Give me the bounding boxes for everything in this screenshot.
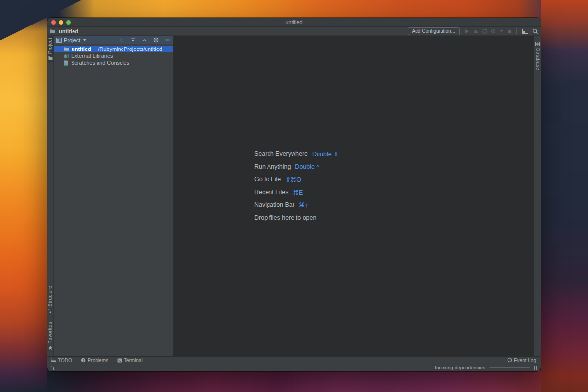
main-toolbar: untitled Add Configuration... xyxy=(47,27,541,36)
stop-icon[interactable] xyxy=(507,29,511,33)
hint-label: Run Anything xyxy=(254,163,291,170)
hint-keys: ⌘↑ xyxy=(299,201,308,209)
hint-drop-files: Drop files here to open xyxy=(254,211,339,224)
titlebar: untitled xyxy=(47,18,541,27)
wallpaper-left xyxy=(0,0,47,392)
coverage-icon[interactable] xyxy=(482,29,487,34)
project-tab-icon xyxy=(56,38,62,43)
tree-item-name: untitled xyxy=(72,46,91,52)
zoom-button[interactable] xyxy=(66,20,71,24)
tree-item-name: External Libraries xyxy=(71,53,113,59)
tree-row-scratches[interactable]: Scratches and Consoles xyxy=(54,59,173,66)
terminal-icon xyxy=(117,358,122,363)
profiler-icon[interactable] xyxy=(491,29,496,34)
todo-tab[interactable]: TODO xyxy=(51,358,72,363)
event-log-button[interactable]: Event Log xyxy=(507,358,536,363)
hint-search-everywhere: Search Everywhere Double ⇧ xyxy=(254,147,339,160)
wallpaper-bottom xyxy=(0,370,588,392)
project-panel-header: Project xyxy=(54,36,173,44)
hint-navigation-bar: Navigation Bar ⌘↑ xyxy=(254,198,339,211)
main-area: Project Structure Favorites xyxy=(47,36,541,356)
tool-window-layout-icon[interactable] xyxy=(522,29,528,34)
tool-stripe-structure-button[interactable]: Structure xyxy=(48,284,53,315)
wallpaper-right xyxy=(541,0,588,392)
expand-all-icon[interactable] xyxy=(130,37,136,43)
keyboard-shortcuts-hints: Search Everywhere Double ⇧ Run Anything … xyxy=(254,147,339,224)
project-panel: Project xyxy=(54,36,174,356)
background-task-label: Indexing dependencies xyxy=(435,365,485,370)
run-icon[interactable] xyxy=(465,29,469,34)
editor-area: Search Everywhere Double ⇧ Run Anything … xyxy=(174,36,534,356)
settings-gear-icon[interactable] xyxy=(153,37,159,43)
structure-stripe-label: Structure xyxy=(48,286,53,307)
hint-keys: ⌘E xyxy=(293,189,303,196)
hint-label: Navigation Bar xyxy=(254,201,294,208)
progress-bar xyxy=(489,367,530,368)
debug-icon[interactable] xyxy=(473,29,478,34)
tool-window-switcher-icon[interactable] xyxy=(50,366,55,370)
hint-run-anything: Run Anything Double ^ xyxy=(254,160,339,173)
hint-label: Go to File xyxy=(254,176,281,183)
favorites-stripe-label: Favorites xyxy=(48,322,53,343)
right-tool-stripe: Database xyxy=(534,36,541,356)
search-icon[interactable] xyxy=(532,28,538,34)
minimize-button[interactable] xyxy=(59,20,63,24)
pause-task-button[interactable] xyxy=(534,366,537,370)
close-button[interactable] xyxy=(51,20,56,24)
project-tree: untitled ~/RubymineProjects/untitled Ext… xyxy=(54,44,173,66)
toolbar-divider xyxy=(516,28,517,34)
tree-row-project-root[interactable]: untitled ~/RubymineProjects/untitled xyxy=(54,46,173,52)
chevron-down-icon[interactable] xyxy=(500,30,503,32)
tree-item-name: Scratches and Consoles xyxy=(71,60,129,66)
scratches-icon xyxy=(63,60,69,66)
bottom-tool-window-bar: TODO Problems Terminal Event Log xyxy=(47,356,541,364)
project-folder-icon xyxy=(48,56,53,60)
hint-label: Recent Files xyxy=(254,189,288,196)
breadcrumb[interactable]: untitled xyxy=(59,28,78,34)
collapse-all-icon[interactable] xyxy=(142,37,147,43)
event-log-label: Event Log xyxy=(514,358,536,363)
hint-keys: Double ⇧ xyxy=(312,150,339,158)
problems-tab[interactable]: Problems xyxy=(81,358,108,363)
problems-tab-label: Problems xyxy=(88,358,108,363)
traffic-lights xyxy=(51,20,71,24)
tool-stripe-favorites-button[interactable]: Favorites xyxy=(48,320,53,352)
hint-keys: Double ^ xyxy=(295,163,319,170)
project-stripe-label: Project xyxy=(48,38,53,54)
status-bar: Indexing dependencies xyxy=(47,364,541,371)
window-title: untitled xyxy=(47,19,541,25)
hint-go-to-file: Go to File ⇧⌘O xyxy=(254,173,339,186)
hint-label: Search Everywhere xyxy=(254,150,308,157)
star-icon xyxy=(48,345,53,350)
ide-window: untitled untitled Add Configuration... xyxy=(47,18,541,371)
tree-item-path: ~/RubymineProjects/untitled xyxy=(95,46,162,52)
structure-icon xyxy=(48,309,52,313)
event-log-bubble-icon xyxy=(507,358,512,363)
todo-tab-label: TODO xyxy=(58,358,72,363)
project-header-title[interactable]: Project xyxy=(64,37,80,43)
database-icon xyxy=(535,42,540,46)
folder-icon xyxy=(50,29,56,34)
tree-row-external-libraries[interactable]: External Libraries xyxy=(54,52,173,59)
problems-icon xyxy=(81,358,86,363)
tool-stripe-database-button[interactable]: Database xyxy=(535,40,540,72)
todo-list-icon xyxy=(51,358,56,362)
terminal-tab[interactable]: Terminal xyxy=(117,358,143,363)
hint-recent-files: Recent Files ⌘E xyxy=(254,186,339,198)
folder-icon xyxy=(63,47,69,51)
left-tool-stripe: Project Structure Favorites xyxy=(47,36,54,356)
hint-keys: ⇧⌘O xyxy=(285,176,301,183)
locate-file-icon[interactable] xyxy=(119,37,124,43)
library-icon xyxy=(63,53,69,58)
terminal-tab-label: Terminal xyxy=(124,358,143,363)
add-configuration-button[interactable]: Add Configuration... xyxy=(408,27,460,35)
hint-label: Drop files here to open xyxy=(254,214,316,221)
database-stripe-label: Database xyxy=(535,48,540,70)
tool-stripe-project-button[interactable]: Project xyxy=(48,36,53,62)
project-view-dropdown-icon[interactable] xyxy=(83,39,86,41)
hide-panel-icon[interactable] xyxy=(165,39,170,41)
